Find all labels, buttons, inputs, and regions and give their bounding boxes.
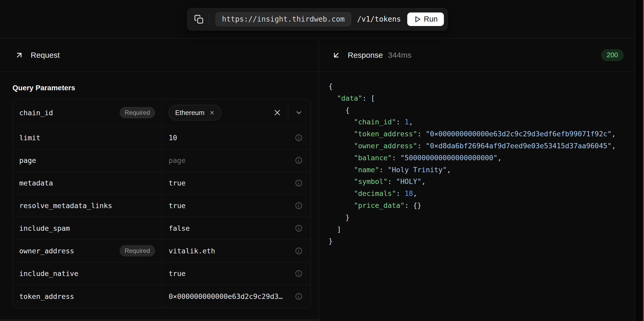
info-icon <box>295 247 303 255</box>
param-placeholder: page <box>169 156 186 164</box>
code-line: { <box>328 80 630 92</box>
info-button[interactable] <box>295 247 303 255</box>
run-button-label: Run <box>424 15 438 23</box>
param-row-resolve-metadata-links: resolve_metadata_links true <box>13 194 311 217</box>
param-value-input-include-native[interactable]: true <box>162 262 311 285</box>
param-value-input-metadata[interactable]: true <box>162 172 311 194</box>
param-name: limit <box>19 134 40 142</box>
code-line: "name": "Holy Trinity", <box>328 164 630 176</box>
param-row-include-native: include_native true <box>13 262 311 285</box>
param-value-input-owner-address[interactable]: vitalik.eth <box>162 240 311 262</box>
param-row-token-address: token_address 0×000000000000e63d2c9c29d3… <box>13 285 311 308</box>
request-title: Request <box>31 51 60 60</box>
url-bar: https://insight.thirdweb.com /v1/tokens … <box>187 8 448 31</box>
main-content: Request Query Parameters chain_id Requir… <box>0 38 635 321</box>
arrow-up-right-icon <box>15 51 24 60</box>
top-bar: https://insight.thirdweb.com /v1/tokens … <box>0 0 635 38</box>
param-name: owner_address <box>19 247 74 255</box>
param-value-input-resolve-metadata-links[interactable]: true <box>162 194 311 217</box>
param-name: resolve_metadata_links <box>19 202 112 210</box>
url-bar-divider <box>209 14 209 25</box>
open-dropdown-button[interactable] <box>295 109 303 117</box>
clear-selection-button[interactable] <box>273 109 281 117</box>
base-url-pill: https://insight.thirdweb.com <box>215 12 351 27</box>
code-line: "price_data": {} <box>328 200 630 211</box>
param-name: include_native <box>19 269 78 278</box>
query-params-table: chain_id Required Ethereum <box>12 99 311 308</box>
chain-chip[interactable]: Ethereum <box>169 105 221 120</box>
param-value-input-include-spam[interactable]: false <box>162 217 311 239</box>
param-name: metadata <box>19 179 53 187</box>
param-value: false <box>169 224 190 232</box>
code-line: { <box>328 104 630 116</box>
param-value: vitalik.eth <box>169 247 215 255</box>
param-name-cell: owner_address Required <box>13 240 162 262</box>
param-row-metadata: metadata true <box>13 172 311 194</box>
info-button[interactable] <box>295 269 303 278</box>
info-icon <box>295 224 303 232</box>
code-line: } <box>328 235 630 247</box>
code-line: "data": [ <box>328 92 630 104</box>
info-icon <box>295 292 303 300</box>
info-button[interactable] <box>295 156 303 164</box>
app-window: https://insight.thirdweb.com /v1/tokens … <box>0 0 635 321</box>
param-name-cell: token_address <box>13 285 162 308</box>
chain-select[interactable]: Ethereum <box>162 99 311 126</box>
code-line: ] <box>328 223 630 235</box>
info-icon <box>295 179 303 187</box>
code-line: "token_address": "0×000000000000e63d2c9c… <box>328 128 630 140</box>
endpoint-path[interactable]: /v1/tokens <box>357 15 401 23</box>
copy-url-button[interactable] <box>194 14 204 24</box>
param-name-cell: chain_id Required <box>13 99 162 126</box>
param-name-cell: limit <box>13 126 162 149</box>
code-line: } <box>328 211 630 223</box>
info-button[interactable] <box>295 202 303 210</box>
code-line: "symbol": "HOLY", <box>328 176 630 188</box>
info-button[interactable] <box>295 292 303 300</box>
param-value: 10 <box>169 134 177 142</box>
info-button[interactable] <box>295 179 303 187</box>
info-icon <box>295 269 303 278</box>
info-icon <box>295 134 303 142</box>
param-name-cell: page <box>13 149 162 171</box>
param-value-input-page[interactable]: page <box>162 149 311 171</box>
required-badge: Required <box>120 107 155 118</box>
scrollbar-gutter <box>635 0 644 321</box>
arrow-down-left-icon <box>332 51 341 60</box>
response-header: Response 344ms 200 <box>319 38 635 72</box>
run-button[interactable]: Run <box>407 12 444 26</box>
chevron-down-icon <box>295 109 303 117</box>
code-line: "owner_address": "0×d8da6bf26964af9d7eed… <box>328 140 630 152</box>
param-row-owner-address: owner_address Required vitalik.eth <box>13 240 311 262</box>
response-title: Response <box>348 51 383 60</box>
info-button[interactable] <box>295 134 303 142</box>
param-name: include_spam <box>19 224 70 232</box>
response-panel: Response 344ms 200 { "data": [ { "chain_… <box>319 38 635 321</box>
param-value: true <box>169 269 186 278</box>
chain-chip-label: Ethereum <box>175 109 205 117</box>
code-line: "decimals": 18, <box>328 188 630 200</box>
chip-remove-icon[interactable] <box>209 110 215 115</box>
param-row-page: page page <box>13 149 311 172</box>
code-line: "balance": "500000000000000000000", <box>328 152 630 164</box>
param-value-input-token-address[interactable]: 0×000000000000e63d2c9c29d3edf6efb99071f9… <box>162 285 311 308</box>
info-icon <box>295 156 303 164</box>
param-name-cell: metadata <box>13 172 162 194</box>
param-name-cell: include_native <box>13 262 162 285</box>
request-header: Request <box>0 38 319 72</box>
status-badge: 200 <box>601 49 624 61</box>
param-value-input-limit[interactable]: 10 <box>162 126 311 149</box>
api-playground-page: https://insight.thirdweb.com /v1/tokens … <box>0 0 644 321</box>
info-icon <box>295 202 303 210</box>
param-name: page <box>19 156 36 164</box>
screen-edge-strip <box>643 0 644 321</box>
param-value: true <box>169 179 186 187</box>
query-parameters-title: Query Parameters <box>12 84 319 92</box>
param-row-chain-id: chain_id Required Ethereum <box>13 99 311 126</box>
response-time: 344ms <box>388 51 411 60</box>
param-row-limit: limit 10 <box>13 126 311 149</box>
request-panel: Request Query Parameters chain_id Requir… <box>0 38 319 321</box>
info-button[interactable] <box>295 224 303 232</box>
param-name-cell: resolve_metadata_links <box>13 194 162 217</box>
response-code-block: { "data": [ { "chain_id": 1, "token_addr… <box>319 72 635 247</box>
